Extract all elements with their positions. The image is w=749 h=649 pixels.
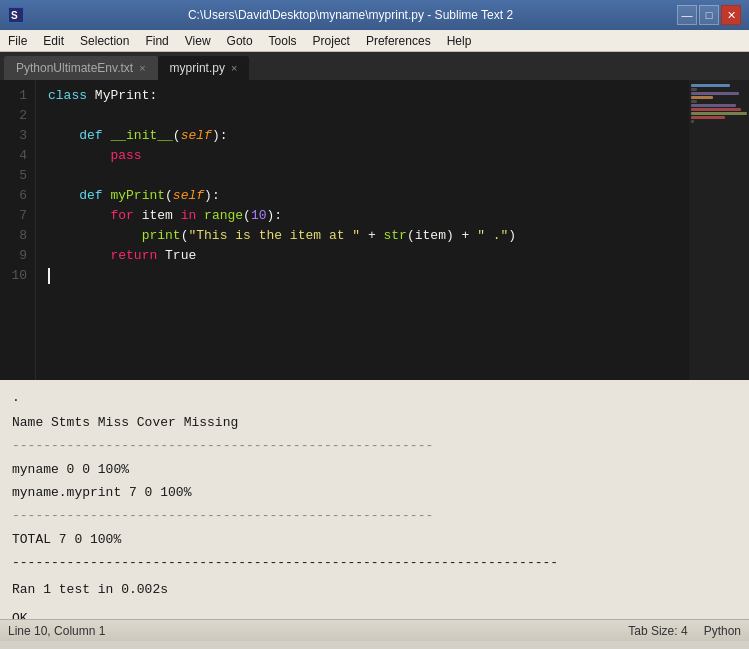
coverage-divider1: ----------------------------------------…	[12, 434, 737, 457]
menu-bar: File Edit Selection Find View Goto Tools…	[0, 30, 749, 52]
svg-text:S: S	[11, 10, 18, 21]
menu-help[interactable]: Help	[439, 30, 480, 51]
app-icon: S	[8, 7, 24, 23]
menu-project[interactable]: Project	[305, 30, 358, 51]
code-line-3: def __init__(self):	[48, 126, 737, 146]
menu-edit[interactable]: Edit	[35, 30, 72, 51]
code-line-9: return True	[48, 246, 737, 266]
console-dot: .	[12, 388, 737, 409]
code-area[interactable]: class MyPrint: def __init__(self): pass …	[36, 80, 749, 380]
cursor-position: Line 10, Column 1	[8, 624, 105, 638]
coverage-total: TOTAL 7 0 100%	[12, 528, 737, 551]
tab-myprint[interactable]: myprint.py ×	[158, 56, 250, 80]
tab-label-myprint: myprint.py	[170, 61, 225, 75]
coverage-header: Name Stmts Miss Cover Missing	[12, 411, 737, 434]
coverage-row2: myname.myprint 7 0 100%	[12, 481, 737, 504]
window-controls: — □ ✕	[677, 5, 741, 25]
tab-close-pythonultimateenv[interactable]: ×	[139, 63, 145, 74]
tab-close-myprint[interactable]: ×	[231, 63, 237, 74]
tab-pythonultimateenv[interactable]: PythonUltimateEnv.txt ×	[4, 56, 158, 80]
menu-preferences[interactable]: Preferences	[358, 30, 439, 51]
console-output: . Name Stmts Miss Cover Missing --------…	[0, 380, 749, 619]
menu-tools[interactable]: Tools	[261, 30, 305, 51]
minimap	[689, 80, 749, 380]
code-line-5	[48, 166, 737, 186]
minimize-button[interactable]: —	[677, 5, 697, 25]
code-line-4: pass	[48, 146, 737, 166]
tab-size: Tab Size: 4	[628, 624, 687, 638]
code-line-8: print("This is the item at " + str(item)…	[48, 226, 737, 246]
line-numbers: 1 2 3 4 5 6 7 8 9 10	[0, 80, 36, 380]
coverage-row1: myname 0 0 100%	[12, 458, 737, 481]
status-bar: Line 10, Column 1 Tab Size: 4 Python	[0, 619, 749, 641]
tab-bar: PythonUltimateEnv.txt × myprint.py ×	[0, 52, 749, 80]
language: Python	[704, 624, 741, 638]
coverage-table: Name Stmts Miss Cover Missing ----------…	[12, 411, 737, 551]
menu-view[interactable]: View	[177, 30, 219, 51]
window-title: C:\Users\David\Desktop\myname\myprint.py…	[24, 8, 677, 22]
test-result: Ran 1 test in 0.002s	[12, 580, 737, 601]
code-line-2	[48, 106, 737, 126]
coverage-divider2: ----------------------------------------…	[12, 504, 737, 527]
code-line-6: def myPrint(self):	[48, 186, 737, 206]
menu-goto[interactable]: Goto	[219, 30, 261, 51]
editor[interactable]: 1 2 3 4 5 6 7 8 9 10 class MyPrint: def …	[0, 80, 749, 380]
coverage-divider3: ----------------------------------------…	[12, 553, 737, 574]
test-ok: OK	[12, 609, 737, 619]
code-line-1: class MyPrint:	[48, 86, 737, 106]
menu-file[interactable]: File	[0, 30, 35, 51]
tab-label-pythonultimateenv: PythonUltimateEnv.txt	[16, 61, 133, 75]
title-bar: S C:\Users\David\Desktop\myname\myprint.…	[0, 0, 749, 30]
code-line-7: for item in range(10):	[48, 206, 737, 226]
code-line-10	[48, 266, 737, 286]
console-wrapper: . Name Stmts Miss Cover Missing --------…	[0, 380, 749, 619]
menu-selection[interactable]: Selection	[72, 30, 137, 51]
menu-find[interactable]: Find	[137, 30, 176, 51]
close-button[interactable]: ✕	[721, 5, 741, 25]
maximize-button[interactable]: □	[699, 5, 719, 25]
